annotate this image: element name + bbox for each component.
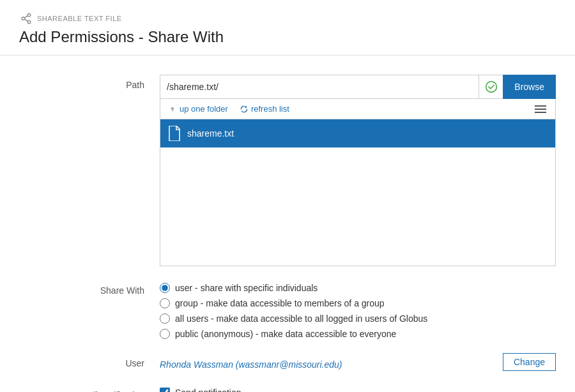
page-wrapper: SHAREABLE TEXT FILE Add Permissions - Sh…: [0, 0, 575, 392]
refresh-icon: [240, 105, 249, 114]
refresh-list-button[interactable]: refresh list: [237, 103, 292, 115]
svg-point-5: [486, 82, 496, 93]
email-notification-field: Send notification: [160, 385, 556, 392]
radio-public[interactable]: [160, 329, 170, 339]
user-label: User: [19, 353, 160, 368]
send-notification-checkbox[interactable]: [160, 388, 170, 392]
share-with-field: user - share with specific individuals g…: [160, 280, 556, 339]
share-with-row: Share With user - share with specific in…: [19, 280, 556, 339]
file-list: shareme.txt: [160, 119, 556, 266]
path-input[interactable]: [160, 75, 479, 99]
page-header: SHAREABLE TEXT FILE Add Permissions - Sh…: [0, 0, 575, 56]
toolbar-menu-button[interactable]: [531, 103, 550, 115]
radio-option-user[interactable]: user - share with specific individuals: [160, 283, 556, 293]
file-list-item[interactable]: shareme.txt: [160, 119, 555, 147]
email-notification-row: Email Notification Send notification: [19, 385, 556, 392]
radio-group[interactable]: [160, 298, 170, 308]
user-row: User Rhonda Wassman (wassmanr@missouri.e…: [19, 353, 556, 371]
svg-line-3: [25, 16, 28, 18]
radio-user[interactable]: [160, 283, 170, 293]
svg-line-4: [25, 19, 28, 21]
user-field: Rhonda Wassman (wassmanr@missouri.edu) C…: [160, 353, 556, 371]
radio-option-all-users[interactable]: all users - make data accessible to all …: [160, 313, 556, 324]
check-circle-icon: [485, 80, 498, 93]
page-title: Add Permissions - Share With: [19, 28, 556, 46]
file-name: shareme.txt: [187, 128, 234, 139]
up-one-folder-button[interactable]: up one folder: [165, 103, 231, 115]
email-notification-label: Email Notification: [19, 385, 160, 392]
content-area: Path Browse: [0, 56, 575, 392]
path-row: Path Browse: [19, 75, 556, 266]
user-value: Rhonda Wassman (wassmanr@missouri.edu): [160, 354, 493, 370]
radio-option-group[interactable]: group - make data accessible to members …: [160, 298, 556, 308]
file-icon: [168, 126, 181, 141]
share-with-radio-group: user - share with specific individuals g…: [160, 280, 556, 339]
up-folder-icon: [168, 105, 177, 114]
path-field: Browse up one folder: [160, 75, 556, 266]
svg-point-0: [22, 17, 25, 20]
file-browser-toolbar: up one folder refresh list: [160, 99, 556, 119]
share-with-label: Share With: [19, 280, 160, 296]
send-notification-label: Send notification: [175, 388, 241, 392]
svg-point-2: [27, 20, 31, 24]
svg-point-1: [27, 13, 31, 17]
radio-all-users[interactable]: [160, 313, 170, 324]
browse-button[interactable]: Browse: [503, 75, 556, 99]
shareable-file-icon: [19, 11, 33, 26]
radio-option-public[interactable]: public (anonymous) - make data accessibl…: [160, 329, 556, 339]
hamburger-icon: [535, 105, 546, 114]
page-subtitle: SHAREABLE TEXT FILE: [19, 11, 556, 26]
path-check-button[interactable]: [479, 75, 503, 99]
change-button[interactable]: Change: [503, 353, 556, 371]
path-label: Path: [19, 75, 160, 90]
